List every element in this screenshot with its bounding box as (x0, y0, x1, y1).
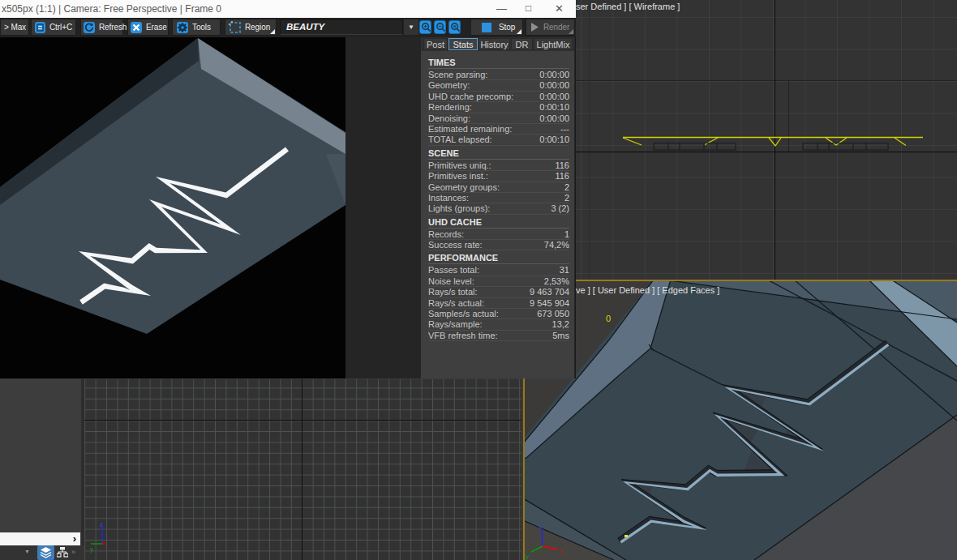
svg-text:y: y (526, 553, 529, 560)
svg-text:z: z (539, 523, 542, 530)
svg-text:x: x (560, 548, 563, 555)
svg-text:y: y (90, 545, 93, 553)
svg-text:z: z (100, 521, 103, 528)
